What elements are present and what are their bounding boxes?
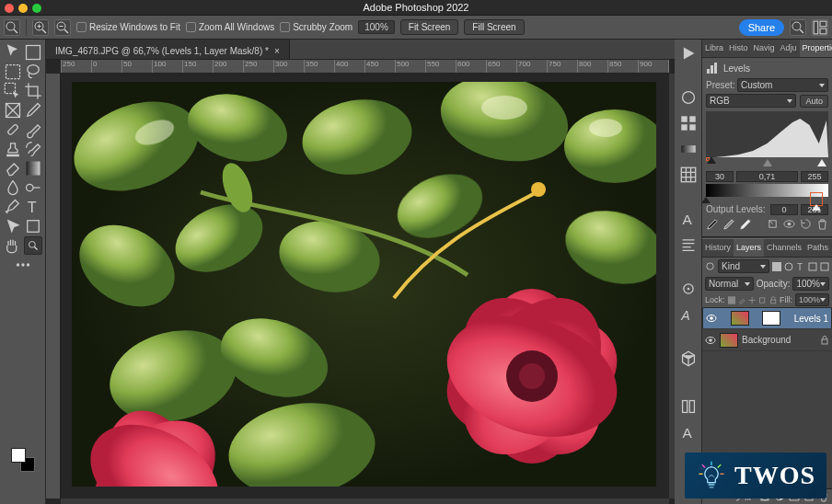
history-brush-tool-icon[interactable] xyxy=(24,140,42,158)
output-highlight-slider[interactable] xyxy=(812,194,821,211)
tab-libraries[interactable]: Libra xyxy=(702,40,726,57)
brush-panel-icon[interactable] xyxy=(680,281,697,297)
paragraph-panel-icon[interactable] xyxy=(680,236,697,253)
foreground-swatch[interactable] xyxy=(11,448,26,463)
opacity-input[interactable]: 100% xyxy=(792,277,829,291)
layer-name[interactable]: Levels 1 xyxy=(794,314,828,324)
glyphs-panel-icon[interactable]: A xyxy=(680,306,697,323)
filter-shape-icon[interactable] xyxy=(808,262,817,271)
stamp-tool-icon[interactable] xyxy=(4,140,22,158)
type-tool-icon[interactable]: T xyxy=(24,198,42,216)
gradients-panel-icon[interactable] xyxy=(680,141,697,157)
group-icon[interactable] xyxy=(789,491,800,502)
lock-artboard-icon[interactable] xyxy=(758,295,766,305)
delete-layer-icon[interactable] xyxy=(818,491,829,502)
zoom-tool-icon[interactable] xyxy=(4,19,20,36)
scrubby-zoom-option[interactable]: Scrubby Zoom xyxy=(280,22,352,32)
share-button[interactable]: Share xyxy=(739,19,784,36)
dodge-tool-icon[interactable] xyxy=(24,178,42,197)
tab-adjustments[interactable]: Adju xyxy=(778,40,800,57)
shape-tool-icon[interactable] xyxy=(24,217,42,235)
reset-icon[interactable] xyxy=(800,218,812,230)
output-shadow-slider[interactable] xyxy=(701,197,711,203)
tab-history2[interactable]: History xyxy=(702,239,734,257)
fill-input[interactable]: 100% xyxy=(795,293,829,306)
path-select-tool-icon[interactable] xyxy=(4,217,22,235)
tab-history[interactable]: Histo xyxy=(726,40,751,57)
zoom-level-input[interactable]: 100% xyxy=(358,20,395,34)
tab-properties[interactable]: Properties xyxy=(800,40,832,57)
sample-gray-icon[interactable] xyxy=(722,218,734,230)
mask-icon[interactable] xyxy=(759,491,770,502)
zoom-in-icon[interactable] xyxy=(32,19,49,36)
lock-all-icon[interactable] xyxy=(769,295,777,305)
layer-thumb[interactable] xyxy=(731,311,749,326)
marquee-tool-icon[interactable] xyxy=(4,63,22,81)
link-layers-icon[interactable] xyxy=(730,491,741,502)
lock-brush-icon[interactable] xyxy=(738,295,745,305)
gradient-tool-icon[interactable] xyxy=(24,159,42,178)
color-swatches[interactable] xyxy=(11,448,35,472)
close-window[interactable] xyxy=(5,4,14,13)
character2-icon[interactable]: A xyxy=(680,424,697,441)
fx-icon[interactable]: fx xyxy=(745,491,756,502)
input-shadow[interactable] xyxy=(706,171,734,182)
edit-toolbar-icon[interactable] xyxy=(13,256,33,274)
library-expand-icon[interactable] xyxy=(680,398,697,415)
output-shadow[interactable] xyxy=(770,204,798,215)
tab-channels[interactable]: Channels xyxy=(764,239,804,257)
sample-black-icon[interactable] xyxy=(706,218,718,230)
swatches-panel-icon[interactable] xyxy=(680,115,697,132)
crop-tool-icon[interactable] xyxy=(24,82,42,100)
filter-smart-icon[interactable] xyxy=(820,262,829,271)
filter-type-icon[interactable]: T xyxy=(796,262,805,271)
blend-mode-select[interactable]: Normal xyxy=(705,277,754,291)
maximize-window[interactable] xyxy=(32,4,41,13)
channel-select[interactable]: RGB xyxy=(706,94,796,108)
clip-icon[interactable] xyxy=(767,218,779,230)
document-tab[interactable]: IMG_4678.JPG @ 66,7% (Levels 1, Layer Ma… xyxy=(46,40,290,59)
fill-screen-button[interactable]: Fill Screen xyxy=(464,19,524,35)
scrollbar-vertical[interactable] xyxy=(669,74,675,498)
canvas[interactable] xyxy=(72,82,656,487)
scrollbar-horizontal[interactable] xyxy=(61,498,669,504)
eyedropper-tool-icon[interactable] xyxy=(24,101,42,120)
play-icon[interactable] xyxy=(680,45,697,62)
histogram[interactable] xyxy=(706,111,828,157)
filter-kind-select[interactable]: Kind xyxy=(718,259,769,273)
healing-tool-icon[interactable] xyxy=(4,120,22,139)
lock-move-icon[interactable] xyxy=(748,295,756,305)
3d-panel-icon[interactable] xyxy=(680,350,697,367)
auto-button[interactable]: Auto xyxy=(800,95,828,108)
frame-tool-icon[interactable] xyxy=(4,101,22,120)
zoom-all-option[interactable]: Zoom All Windows xyxy=(186,22,274,32)
adjustment-icon[interactable] xyxy=(774,491,785,502)
visibility-toggle[interactable] xyxy=(706,313,717,324)
minimize-window[interactable] xyxy=(18,4,28,13)
character-panel-icon[interactable]: A xyxy=(680,211,697,227)
layer-background[interactable]: Background xyxy=(702,329,832,351)
eraser-tool-icon[interactable] xyxy=(4,159,22,178)
move-tool-icon[interactable] xyxy=(4,43,22,62)
layer-levels1[interactable]: Levels 1 xyxy=(702,307,832,329)
trash-icon[interactable] xyxy=(816,218,828,230)
output-gradient[interactable] xyxy=(706,184,828,197)
layer-mask-thumb[interactable] xyxy=(762,311,780,326)
tab-paths[interactable]: Paths xyxy=(804,239,831,257)
hand-tool-icon[interactable] xyxy=(4,236,22,255)
zoom-tool-icon-selected[interactable] xyxy=(24,236,42,255)
object-select-tool-icon[interactable] xyxy=(4,82,22,100)
close-tab-icon[interactable]: × xyxy=(274,46,280,56)
fit-screen-button[interactable]: Fit Screen xyxy=(400,19,459,35)
input-highlight[interactable] xyxy=(801,171,828,182)
visibility-icon[interactable] xyxy=(783,218,795,230)
new-layer-icon[interactable] xyxy=(803,491,815,502)
brush-tool-icon[interactable] xyxy=(24,120,42,139)
lasso-tool-icon[interactable] xyxy=(24,63,42,81)
ruler-vertical[interactable] xyxy=(46,74,61,498)
blur-tool-icon[interactable] xyxy=(4,178,22,197)
filter-pixel-icon[interactable] xyxy=(772,262,781,271)
tab-navigator[interactable]: Navig xyxy=(751,40,778,57)
preset-select[interactable]: Custom xyxy=(737,78,828,92)
layer-name[interactable]: Background xyxy=(742,335,791,345)
